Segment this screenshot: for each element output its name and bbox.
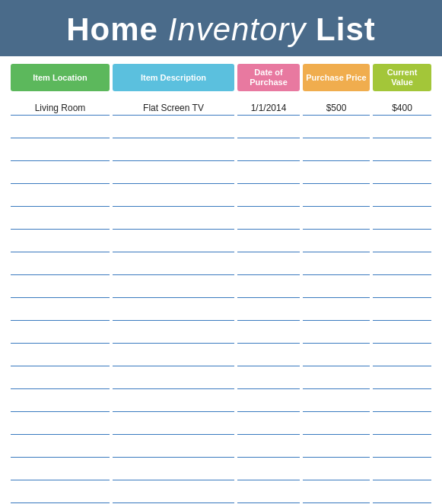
table-row [11,392,431,412]
table-cell [11,141,110,161]
table-cell [303,369,370,389]
table-cell [11,347,110,366]
table-cell [373,187,431,207]
table-cell [237,324,300,344]
table-cell [303,141,370,161]
table-cell [11,392,110,412]
table-cell [11,483,110,503]
table-cell [373,438,431,458]
table-cell [303,187,370,207]
table-cell: $400 [373,96,431,116]
title-part2: List [306,11,375,47]
col-header-description: Item Description [113,64,234,91]
page-header: Home Inventory List [0,0,442,56]
table-cell [113,141,234,161]
table-row [11,324,431,344]
table-row [11,461,431,480]
table-cell [373,392,431,412]
table-cell [373,301,431,321]
table-cell: 1/1/2014 [237,96,300,116]
col-header-purchase-price: Purchase Price [303,64,370,91]
table-cell [237,438,300,458]
table-cell [113,415,234,435]
table-cell [11,438,110,458]
table-cell [373,461,431,480]
table-cell [373,233,431,252]
table-cell: $500 [303,96,370,116]
table-cell [11,233,110,252]
table-row [11,347,431,366]
table-cell [237,415,300,435]
table-cell [11,324,110,344]
table-row [11,119,431,138]
table-cell [113,347,234,366]
table-cell [237,278,300,298]
table-cell [237,347,300,366]
data-rows: Living RoomFlat Screen TV1/1/2014$500$40… [11,96,431,504]
table-section: Item Location Item Description Date of P… [0,56,442,504]
table-cell [303,164,370,184]
table-row: Living RoomFlat Screen TV1/1/2014$500$40… [11,96,431,116]
table-cell [303,119,370,138]
table-cell: Flat Screen TV [113,96,234,116]
table-cell [113,255,234,275]
table-cell [303,255,370,275]
table-row [11,369,431,389]
table-cell [373,324,431,344]
table-cell [303,210,370,230]
table-cell [113,369,234,389]
table-cell [113,392,234,412]
table-row [11,255,431,275]
table-cell [373,369,431,389]
table-cell [113,278,234,298]
table-cell [237,164,300,184]
table-row [11,415,431,435]
table-cell [303,301,370,321]
table-cell [237,210,300,230]
table-cell [113,461,234,480]
table-cell [113,187,234,207]
table-cell [373,347,431,366]
table-cell [11,164,110,184]
table-cell [373,119,431,138]
table-row [11,438,431,458]
title-cursive: Inventory [168,11,307,47]
table-cell [303,392,370,412]
table-cell [11,415,110,435]
column-headers: Item Location Item Description Date of P… [11,64,431,91]
table-cell [373,164,431,184]
table-cell [237,141,300,161]
table-cell [373,141,431,161]
table-cell [11,210,110,230]
table-cell [237,233,300,252]
table-cell [373,255,431,275]
table-cell [237,119,300,138]
table-cell [113,324,234,344]
table-cell [303,415,370,435]
table-cell [11,301,110,321]
table-cell [373,483,431,503]
table-row [11,483,431,503]
table-cell [303,483,370,503]
table-row [11,278,431,298]
table-cell [303,324,370,344]
table-row [11,187,431,207]
table-cell [237,461,300,480]
table-cell [11,278,110,298]
title-part1: Home [66,11,167,47]
table-cell [113,301,234,321]
table-cell [11,369,110,389]
table-cell [113,233,234,252]
table-cell [113,119,234,138]
table-row [11,141,431,161]
table-cell [303,438,370,458]
table-cell [113,164,234,184]
table-cell [113,210,234,230]
table-cell [237,255,300,275]
table-cell [237,369,300,389]
table-cell [373,278,431,298]
col-header-location: Item Location [11,64,110,91]
table-row [11,210,431,230]
col-header-date: Date of Purchase [237,64,300,91]
table-cell: Living Room [11,96,110,116]
